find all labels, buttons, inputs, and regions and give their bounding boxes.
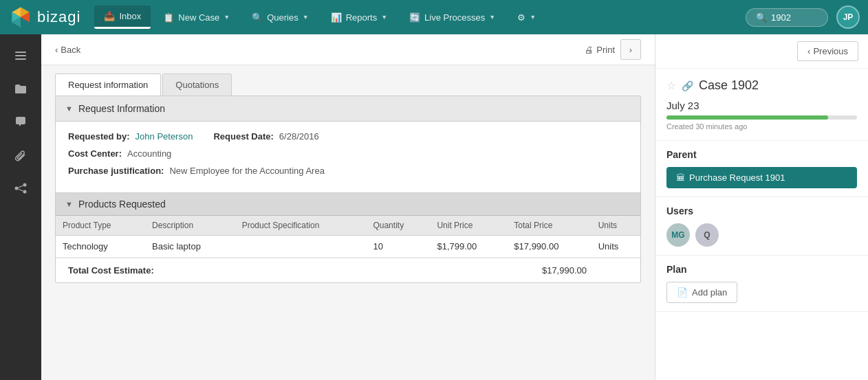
progress-bar <box>666 115 857 120</box>
back-button[interactable]: ‹ Back <box>55 45 80 55</box>
search-input[interactable] <box>771 12 812 23</box>
settings-icon: ⚙ <box>517 12 525 23</box>
field-group-requested-by: Requested by: John Peterson <box>68 131 193 142</box>
cell-units: Units <box>592 236 640 258</box>
section-title: Request Information <box>78 103 165 114</box>
sidebar-item-workflow[interactable] <box>6 173 36 203</box>
content-area: ‹ Back 🖨 Print › Request information Quo… <box>41 34 655 380</box>
col-total-price: Total Price <box>507 216 591 236</box>
sidebar-item-chat[interactable] <box>6 107 36 137</box>
queries-icon: 🔍 <box>252 12 263 23</box>
cost-center-value: Accounting <box>127 148 171 159</box>
tabs-bar: Request information Quotations <box>41 65 655 96</box>
nav-reports[interactable]: 📊 Reports ▼ <box>321 7 397 28</box>
created-text: Created 30 minutes ago <box>666 122 857 131</box>
sidebar-item-tasks[interactable] <box>6 41 36 71</box>
table-row[interactable]: Technology Basic laptop 10 $1,799.00 $17… <box>56 236 640 258</box>
left-sidebar <box>0 34 41 380</box>
svg-rect-9 <box>15 58 26 60</box>
right-arrow-icon: › <box>629 45 632 55</box>
user-avatar-q[interactable]: Q <box>695 223 719 247</box>
right-panel-top: ‹ Previous <box>655 34 868 69</box>
add-plan-button[interactable]: 📄 Add plan <box>666 282 737 303</box>
settings-chevron: ▼ <box>530 14 536 21</box>
toolbar-right: 🖨 Print › <box>585 39 641 60</box>
tab-quotations[interactable]: Quotations <box>162 74 232 96</box>
user-avatar[interactable]: JP <box>836 5 860 29</box>
svg-line-14 <box>19 189 23 191</box>
products-section: ▼ Products Requested Product Type Descri… <box>56 192 640 282</box>
field-row-purchase-justification: Purchase justification: New Employee for… <box>68 166 628 176</box>
chat-icon <box>14 115 28 129</box>
field-row-cost-center: Cost Center: Accounting <box>68 148 628 159</box>
progress-bar-fill <box>666 115 828 120</box>
cell-product-type: Technology <box>56 236 145 258</box>
previous-button[interactable]: ‹ Previous <box>797 41 858 61</box>
plan-section: Plan 📄 Add plan <box>655 256 868 312</box>
main-layout: ‹ Back 🖨 Print › Request information Quo… <box>0 34 868 380</box>
svg-rect-8 <box>15 55 26 56</box>
cell-total-price: $17,990.00 <box>507 236 591 258</box>
field-group-cost-center: Cost Center: Accounting <box>68 148 171 159</box>
parent-section: Parent 🏛 Purchase Request 1901 <box>655 141 868 197</box>
tab-request-information[interactable]: Request information <box>55 74 161 96</box>
print-button[interactable]: 🖨 Print <box>585 45 615 55</box>
purchase-request-button[interactable]: 🏛 Purchase Request 1901 <box>666 167 857 188</box>
nav-new-case[interactable]: 📋 New Case ▼ <box>153 7 239 28</box>
request-date-value: 6/28/2016 <box>279 131 319 142</box>
nav-inbox[interactable]: 📥 Inbox <box>94 5 151 29</box>
reports-chevron: ▼ <box>381 14 387 21</box>
star-icon[interactable]: ☆ <box>666 79 676 92</box>
sidebar-item-attachment[interactable] <box>6 140 36 170</box>
attachment-icon <box>14 148 28 162</box>
field-row-requested-by: Requested by: John Peterson Request Date… <box>68 131 628 142</box>
form-content: ▼ Request Information Requested by: John… <box>41 96 655 380</box>
right-panel: ‹ Previous ☆ 🔗 Case 1902 July 23 Created… <box>655 34 868 380</box>
col-units: Units <box>592 216 640 236</box>
svg-point-11 <box>23 183 27 187</box>
field-group-purchase-justification: Purchase justification: New Employee for… <box>68 166 325 176</box>
new-case-chevron: ▼ <box>224 14 230 21</box>
cell-quantity: 10 <box>366 236 430 258</box>
nav-live-processes[interactable]: 🔄 Live Processes ▼ <box>400 7 505 28</box>
top-navigation: bizagi 📥 Inbox 📋 New Case ▼ 🔍 Queries ▼ … <box>0 0 868 34</box>
request-date-label: Request Date: <box>213 131 273 142</box>
sidebar-item-folder[interactable] <box>6 74 36 104</box>
live-processes-chevron: ▼ <box>489 14 495 21</box>
inbox-icon: 📥 <box>104 11 115 21</box>
cost-center-label: Cost Center: <box>68 148 122 159</box>
svg-point-12 <box>23 190 27 194</box>
field-group-request-date: Request Date: 6/28/2016 <box>213 131 318 142</box>
total-cost-row: Total Cost Estimate: $17,990.00 <box>56 258 640 282</box>
live-processes-icon: 🔄 <box>409 12 420 23</box>
back-chevron-icon: ‹ <box>55 45 58 55</box>
tasks-icon <box>14 49 28 63</box>
share-icon[interactable]: 🔗 <box>682 80 693 91</box>
users-row: MG Q <box>666 223 857 247</box>
products-collapse-icon[interactable]: ▼ <box>65 200 73 208</box>
col-description: Description <box>145 216 235 236</box>
svg-point-10 <box>15 187 19 190</box>
col-product-type: Product Type <box>56 216 145 236</box>
folder-icon <box>14 82 28 96</box>
nav-queries[interactable]: 🔍 Queries ▼ <box>242 7 318 28</box>
user-avatar-mg[interactable]: MG <box>666 223 690 247</box>
prev-chevron-icon: ‹ <box>807 46 810 56</box>
col-product-spec: Product Specification <box>235 216 367 236</box>
request-info-section-header: ▼ Request Information <box>56 96 640 122</box>
users-section-title: Users <box>666 205 857 216</box>
next-arrow-button[interactable]: › <box>620 39 641 60</box>
logo-text: bizagi <box>37 8 80 26</box>
case-actions: ☆ 🔗 Case 1902 <box>666 78 857 93</box>
case-date: July 23 <box>666 100 857 111</box>
nav-settings[interactable]: ⚙ ▼ <box>508 7 545 28</box>
products-table-body: Technology Basic laptop 10 $1,799.00 $17… <box>56 236 640 258</box>
logo[interactable]: bizagi <box>8 5 80 30</box>
reports-icon: 📊 <box>331 12 342 23</box>
collapse-icon[interactable]: ▼ <box>65 104 73 113</box>
search-box[interactable]: 🔍 <box>746 8 828 27</box>
logo-icon <box>8 5 33 30</box>
workflow-icon <box>14 181 28 195</box>
search-icon: 🔍 <box>756 12 767 23</box>
purchase-justification-label: Purchase justification: <box>68 166 164 176</box>
